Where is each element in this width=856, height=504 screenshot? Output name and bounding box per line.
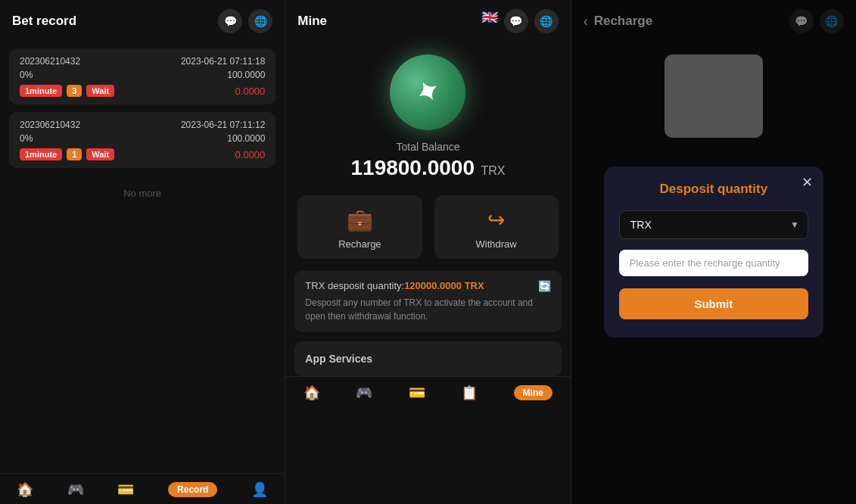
panel2-bottom-nav: 🏠 🎮 💳 📋 Mine	[285, 376, 570, 407]
panel1-header: Bet record 💬 🌐	[0, 0, 285, 42]
coin-section: ✦ Total Balance 119800.0000 TRX	[285, 42, 570, 195]
bet-card-1-row3: 1minute 3 Wait 0.0000	[20, 85, 265, 97]
nav2-record[interactable]: 📋	[461, 384, 478, 401]
deposit-amount: 120000.0000 TRX	[404, 280, 484, 291]
record-label: Record	[168, 482, 217, 497]
no-more-label: No more	[9, 176, 275, 211]
bet-card-1-loss: 0.0000	[235, 86, 266, 97]
bet-card-2-amount: 100.0000	[227, 133, 265, 144]
bet-card-2-tag2: 1	[67, 148, 82, 160]
bet-record-panel: Bet record 💬 🌐 202306210432 2023-06-21 0…	[0, 0, 285, 504]
panel1-header-icons: 💬 🌐	[218, 9, 272, 33]
nav1-user[interactable]: 👤	[251, 481, 268, 498]
panel2-header-icons: 🇬🇧 💬 🌐	[481, 9, 559, 33]
bet-card-1-amount: 100.0000	[227, 70, 265, 80]
nav1-record[interactable]: Record	[168, 482, 217, 497]
bet-card-2: 202306210432 2023-06-21 07:11:12 0% 100.…	[9, 112, 275, 168]
record-icon2: 📋	[461, 384, 478, 401]
panel1-title: Bet record	[12, 14, 76, 29]
withdraw-button[interactable]: ↪ Withdraw	[434, 195, 559, 259]
chat-icon-btn[interactable]: 💬	[218, 9, 242, 33]
bet-card-2-tag1: 1minute	[20, 148, 62, 160]
globe-icon-btn[interactable]: 🌐	[248, 9, 272, 33]
deposit-prefix: TRX desposit quantity:	[305, 280, 404, 291]
bet-card-1-date: 2023-06-21 07:11:18	[181, 56, 265, 67]
nav1-wallet[interactable]: 💳	[117, 481, 134, 498]
deposit-desc: Desposit any number of TRX to activate t…	[305, 296, 550, 323]
bet-card-1-id: 202306210432	[20, 56, 80, 67]
modal-close-button[interactable]: ✕	[802, 174, 813, 191]
recharge-quantity-input[interactable]	[619, 250, 808, 276]
total-balance-amount-row: 119800.0000 TRX	[351, 156, 506, 180]
modal-title: Desposit quantity	[619, 182, 808, 197]
bet-card-2-date: 2023-06-21 07:11:12	[181, 120, 265, 130]
bet-card-1: 202306210432 2023-06-21 07:11:18 0% 100.…	[9, 48, 275, 104]
recharge-icon: 💼	[347, 207, 373, 232]
chat-icon-btn2[interactable]: 💬	[504, 9, 528, 33]
currency-select[interactable]: TRX	[619, 210, 808, 239]
recharge-label: Recharge	[338, 238, 381, 250]
globe-icon-btn2[interactable]: 🌐	[534, 9, 559, 33]
wallet-icon2: 💳	[409, 384, 425, 401]
trx-coin-icon: ✦	[390, 54, 465, 130]
mine-panel: Mine 🇬🇧 💬 🌐 ✦ Total Balance 119800.0000 …	[285, 0, 571, 504]
bet-card-2-row3: 1minute 1 Wait 0.0000	[20, 148, 265, 160]
bet-card-2-percent: 0%	[20, 133, 33, 144]
bet-card-2-loss: 0.0000	[235, 149, 266, 160]
wallet-icon: 💳	[117, 481, 134, 498]
home-icon: 🏠	[17, 481, 33, 498]
nav2-game[interactable]: 🎮	[356, 384, 372, 401]
total-balance-currency: TRX	[481, 164, 505, 177]
panel1-bottom-nav: 🏠 🎮 💳 Record 👤	[0, 473, 285, 504]
total-balance-label: Total Balance	[396, 141, 459, 153]
modal-overlay: Desposit quantity ✕ TRX ▼ Submit	[571, 0, 856, 504]
currency-select-wrapper: TRX ▼	[619, 210, 808, 239]
bet-card-1-tag3: Wait	[86, 85, 114, 97]
recharge-panel: ‹ Recharge 💬 🌐 Desposit quantity ✕ TRX ▼…	[571, 0, 856, 504]
deposit-info-title: TRX desposit quantity:120000.0000 TRX 🔄	[305, 280, 550, 291]
bet-card-1-tag2: 3	[67, 85, 82, 97]
total-balance-amount: 119800.0000	[351, 156, 475, 179]
withdraw-icon: ↪	[487, 207, 505, 232]
bet-card-1-row2: 0% 100.0000	[20, 70, 265, 80]
bet-card-2-id: 202306210432	[20, 120, 80, 130]
game-icon2: 🎮	[356, 384, 372, 401]
bet-card-1-percent: 0%	[20, 70, 33, 80]
bet-record-list: 202306210432 2023-06-21 07:11:18 0% 100.…	[0, 42, 285, 473]
bet-card-1-tag1: 1minute	[20, 85, 62, 97]
action-buttons: 💼 Recharge ↪ Withdraw	[285, 195, 570, 271]
app-services-card: App Services	[294, 341, 561, 376]
nav2-home[interactable]: 🏠	[303, 384, 320, 401]
recharge-button[interactable]: 💼 Recharge	[297, 195, 422, 259]
bet-card-2-row2: 0% 100.0000	[20, 133, 265, 144]
home-icon2: 🏠	[303, 384, 320, 401]
mine-label: Mine	[514, 385, 553, 400]
user-icon: 👤	[251, 481, 268, 498]
nav2-mine[interactable]: Mine	[514, 385, 553, 400]
submit-button[interactable]: Submit	[619, 288, 808, 319]
nav1-home[interactable]: 🏠	[17, 481, 33, 498]
bet-card-2-row1: 202306210432 2023-06-21 07:11:12	[20, 120, 265, 130]
refresh-icon[interactable]: 🔄	[538, 280, 551, 292]
deposit-modal: Desposit quantity ✕ TRX ▼ Submit	[604, 166, 823, 338]
bet-card-2-tag3: Wait	[86, 148, 114, 160]
game-icon: 🎮	[67, 481, 84, 498]
flag-icon: 🇬🇧	[481, 9, 498, 33]
bet-card-1-row1: 202306210432 2023-06-21 07:11:18	[20, 56, 265, 67]
tron-logo: ✦	[410, 73, 446, 111]
app-services-label: App Services	[305, 353, 372, 365]
panel2-header: Mine 🇬🇧 💬 🌐	[285, 0, 570, 42]
panel2-title: Mine	[297, 14, 327, 29]
withdraw-label: Withdraw	[475, 238, 516, 250]
nav1-game[interactable]: 🎮	[67, 481, 84, 498]
nav2-wallet[interactable]: 💳	[409, 384, 425, 401]
deposit-info-card: TRX desposit quantity:120000.0000 TRX 🔄 …	[294, 271, 561, 332]
